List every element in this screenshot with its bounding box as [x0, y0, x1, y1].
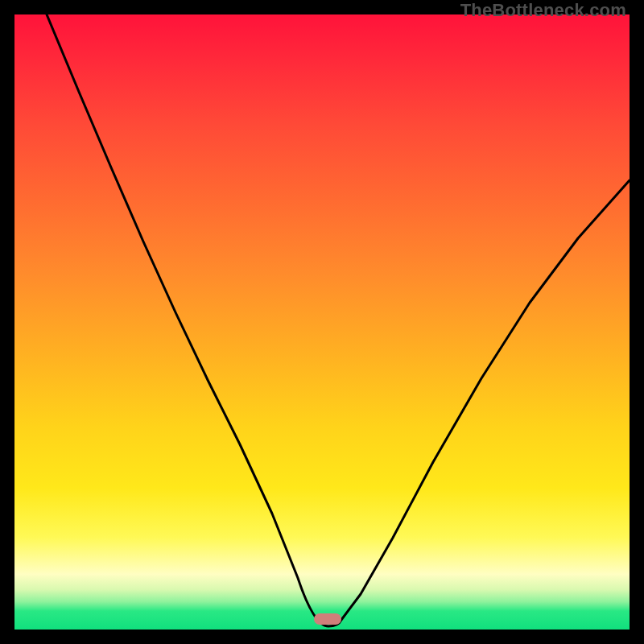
chart-frame: TheBottleneck.com — [0, 0, 644, 644]
bottleneck-curve — [14, 14, 630, 630]
curve-path — [47, 14, 630, 626]
plot-area — [14, 14, 630, 630]
